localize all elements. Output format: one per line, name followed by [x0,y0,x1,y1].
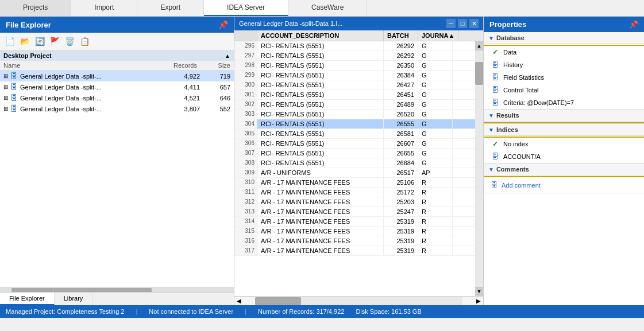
table-row[interactable]: 306 RCI- RENTALS (5551) 26607 G [234,139,475,149]
table-row[interactable]: 314 A/R - 17 MAINTENANCE FEES 25319 R [234,217,475,227]
th-account[interactable]: ACCOUNT_DESCRIPTION [257,30,384,41]
prop-no-index[interactable]: ✓ No index [484,138,644,150]
file-explorer-title: File Explorer [6,21,51,29]
nav-import[interactable]: Import [71,0,137,16]
table-row[interactable]: 303 RCI- RENTALS (5551) 26520 G [234,110,475,119]
prop-data[interactable]: ✓ Data [484,46,644,59]
table-row[interactable]: 296 RCI- RENTALS (5551) 26292 G [234,41,475,51]
td-journal: R [418,207,453,216]
table-row[interactable]: 317 A/R - 17 MAINTENANCE FEES 25319 R [234,246,475,256]
hscroll-left-icon[interactable]: ◀ [234,298,244,304]
td-batch: 25247 [384,207,418,216]
file-item[interactable]: ⊞ 🗄 General Ledger Data -split-... 3,807… [0,103,234,114]
nav-export[interactable]: Export [137,0,204,16]
table-scroll[interactable]: 296 RCI- RENTALS (5551) 26292 G 297 RCI-… [234,41,475,296]
delete-button[interactable]: 🗑️ [63,35,76,48]
table-row[interactable]: 311 A/R - 17 MAINTENANCE FEES 25172 R [234,188,475,197]
nav-projects[interactable]: Projects [0,0,71,16]
nav-idea-server[interactable]: IDEA Server [204,0,288,16]
scrollbar-thumb[interactable] [475,62,483,85]
table-row[interactable]: 305 RCI- RENTALS (5551) 26581 G [234,129,475,139]
close-button[interactable]: ✕ [469,19,479,28]
table-row[interactable]: 307 RCI- RENTALS (5551) 26655 G [234,149,475,158]
td-account: RCI- RENTALS (5551) [257,71,384,80]
table-row[interactable]: 313 A/R - 17 MAINTENANCE FEES 25247 R [234,207,475,217]
hscroll-thumb[interactable] [255,297,301,305]
td-journal: G [418,80,453,89]
criteria-db-icon: 🗄 [491,98,500,107]
file-expand-icon: ⊞ [3,106,10,112]
td-row-num: 313 [234,207,257,216]
table-row[interactable]: 299 RCI- RENTALS (5551) 26384 G [234,71,475,80]
file-item[interactable]: ⊞ 🗄 General Ledger Data -split-... 4,521… [0,92,234,103]
td-batch: 26517 [384,168,418,177]
properties-pin-icon[interactable]: 📌 [629,20,638,29]
status-sep2: | [245,308,246,315]
indices-section-header[interactable]: ▼ Indices [484,124,644,136]
file-list: ⊞ 🗄 General Ledger Data -split-... 4,922… [0,71,234,287]
comments-section-header[interactable]: ▼ Comments [484,163,644,176]
file-expand-icon: ⊞ [3,84,10,90]
th-batch[interactable]: BATCH [384,30,418,41]
td-journal: G [418,158,453,168]
prop-field-statistics[interactable]: 🗄 Field Statistics [484,71,644,84]
td-batch: 26555 [384,119,418,128]
prop-control-total[interactable]: 🗄 Control Total [484,84,644,96]
hscroll-right-icon[interactable]: ▶ [474,298,483,304]
database-section-label: Database [496,34,525,41]
file-explorer-header: File Explorer 📌 [0,17,234,33]
td-journal: G [418,139,453,148]
control-total-db-icon: 🗄 [491,85,500,95]
table-row[interactable]: 302 RCI- RENTALS (5551) 26489 G [234,100,475,110]
field-stats-db-icon: 🗄 [491,73,500,82]
table-row[interactable]: 312 A/R - 17 MAINTENANCE FEES 25203 R [234,197,475,207]
td-journal: G [418,41,453,50]
open-button[interactable]: 📂 [18,35,31,48]
file-db-icon: 🗄 [10,83,18,91]
tab-file-explorer[interactable]: File Explorer [0,293,55,305]
table-row[interactable]: 298 RCI- RENTALS (5551) 26350 G [234,61,475,71]
maximize-button[interactable]: □ [458,19,467,28]
add-comment-button[interactable]: 🗄 Add comment [484,177,644,193]
horizontal-scrollbar[interactable] [255,297,462,305]
table-row[interactable]: 300 RCI- RENTALS (5551) 26427 G [234,80,475,90]
td-batch: 26292 [384,41,418,50]
table-row[interactable]: 316 A/R - 17 MAINTENANCE FEES 25319 R [234,236,475,246]
prop-criteria[interactable]: 🗄 Criteria: @Dow(DATE)=7 [484,96,644,109]
td-account: A/R - 17 MAINTENANCE FEES [257,188,384,197]
prop-account-a[interactable]: 🗄 ACCOUNT/A [484,150,644,163]
results-section-header[interactable]: ▼ Results [484,110,644,122]
table-row[interactable]: 304 RCI- RENTALS (5551) 26555 G [234,119,475,129]
col-header-records: Records [167,62,202,69]
database-section-header[interactable]: ▼ Database [484,32,644,44]
flag-button[interactable]: 🚩 [48,35,61,48]
td-account: A/R - 17 MAINTENANCE FEES [257,178,384,187]
table-row[interactable]: 308 RCI- RENTALS (5551) 26684 G [234,158,475,168]
history-db-icon: 🗄 [491,60,500,69]
td-account: RCI- RENTALS (5551) [257,158,384,168]
results-arrow-icon: ▼ [488,112,494,119]
file-item[interactable]: ⊞ 🗄 General Ledger Data -split-... 4,922… [0,71,234,81]
td-journal: R [418,197,453,207]
table-row[interactable]: 297 RCI- RENTALS (5551) 26292 G [234,51,475,61]
prop-history[interactable]: 🗄 History [484,59,644,71]
table-row[interactable]: 309 A/R - UNIFORMS 26517 AP [234,168,475,178]
table-row[interactable]: 301 RCI- RENTALS (5551) 26451 G [234,90,475,100]
table-row[interactable]: 315 A/R - 17 MAINTENANCE FEES 25319 R [234,227,475,236]
file-records: 3,807 [173,106,205,112]
properties-button[interactable]: 📋 [78,35,91,48]
table-row[interactable]: 310 A/R - 17 MAINTENANCE FEES 25106 R [234,178,475,188]
minimize-button[interactable]: ─ [446,19,456,28]
new-button[interactable]: 📄 [3,35,16,48]
pin-icon[interactable]: 📌 [218,20,228,29]
vertical-scrollbar[interactable]: ▲ ▼ [475,41,483,296]
nav-caseware[interactable]: CaseWare [288,0,367,16]
file-item[interactable]: ⊞ 🗄 General Ledger Data -split-... 4,411… [0,81,234,92]
file-name: General Ledger Data -split-... [20,106,173,112]
th-journal[interactable]: JOURNA▲ [418,30,458,41]
refresh-button[interactable]: 🔄 [33,35,46,48]
scroll-down-arrow[interactable]: ▼ [475,287,483,296]
scroll-up-arrow[interactable]: ▲ [475,41,483,50]
td-account: A/R - 17 MAINTENANCE FEES [257,236,384,246]
tab-library[interactable]: Library [55,293,93,305]
